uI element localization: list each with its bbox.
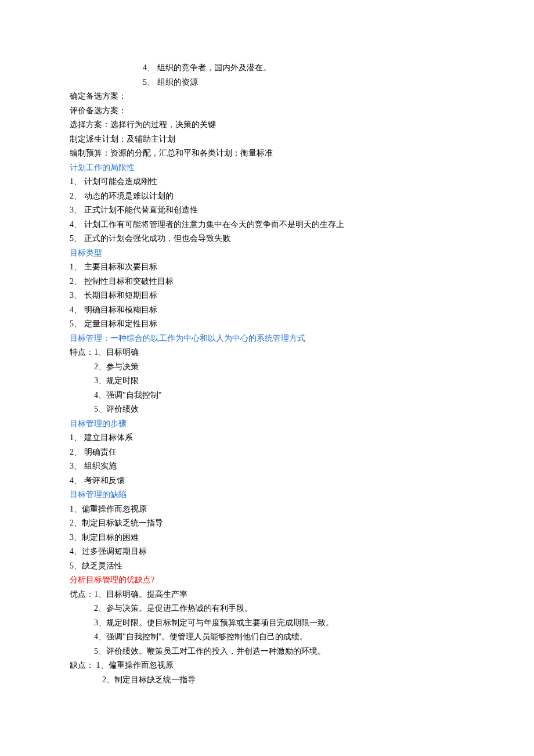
- disadvantage-sub-item: 2、制定目标缺乏统一指导: [70, 673, 464, 687]
- section-heading-mbo: 目标管理：一种综合的以工作为中心和以人为中心的系统管理方式: [70, 332, 464, 346]
- list-item: 4、 明确目标和模糊目标: [70, 303, 464, 318]
- advantages-lead: 优点：1、目标明确。提高生产率: [70, 588, 464, 602]
- advantage-sub-item: 3、规定时限。使目标制定可与年度预算或主要项目完成期限一致。: [70, 616, 464, 631]
- section-heading-mbo-steps: 目标管理的步骤: [70, 417, 464, 431]
- list-item: 1、 主要目标和次要目标: [70, 260, 464, 275]
- list-item: 5、缺乏灵活性: [70, 559, 464, 574]
- list-item: 1、 建立目标体系: [70, 431, 464, 445]
- list-item: 4、过多强调短期目标: [70, 545, 464, 559]
- intro-line: 选择方案：选择行为的过程，决策的关键: [70, 118, 464, 132]
- list-item: 4、 计划工作有可能将管理者的注意力集中在今天的竞争而不是明天的生存上: [70, 218, 464, 232]
- list-item: 5、 正式的计划会强化成功，但也会导致失败: [70, 232, 464, 246]
- section-heading-limitations: 计划工作的局限性: [70, 161, 464, 175]
- section-heading-mbo-defects: 目标管理的缺陷: [70, 488, 464, 502]
- list-item: 3、 组织实施: [70, 459, 464, 474]
- list-item: 1、偏重操作而忽视原: [70, 502, 464, 517]
- advantage-sub-item: 2、参与决策。是促进工作热诚的有利手段。: [70, 602, 464, 616]
- intro-indented-item: 5、 组织的资源: [70, 75, 464, 90]
- document-body: 4、 组织的竞争者，国内外及潜在。 5、 组织的资源 确定备选方案： 评价备选方…: [70, 61, 464, 687]
- list-item: 2、 明确责任: [70, 445, 464, 460]
- list-item: 2、 动态的环境是难以计划的: [70, 189, 464, 204]
- features-lead: 特点：1、目标明确: [70, 345, 464, 360]
- list-item: 5、 定量目标和定性目标: [70, 317, 464, 332]
- list-item: 2、 控制性目标和突破性目标: [70, 275, 464, 289]
- section-heading-goal-types: 目标类型: [70, 246, 464, 261]
- advantage-sub-item: 5、评价绩效。鞭策员工对工作的投入，并创造一种激励的环境。: [70, 645, 464, 659]
- list-item: 3、 长期目标和短期目标: [70, 289, 464, 303]
- list-item: 2、制定目标缺乏统一指导: [70, 516, 464, 531]
- intro-line: 制定派生计划：及辅助主计划: [70, 132, 464, 147]
- feature-sub-item: 3、规定时限: [70, 374, 464, 388]
- feature-sub-item: 2、参与决策: [70, 360, 464, 375]
- intro-line: 评价备选方案：: [70, 104, 464, 118]
- section-heading-analysis: 分析目标管理的优缺点?: [70, 573, 464, 588]
- list-item: 3、制定目标的困难: [70, 531, 464, 545]
- feature-sub-item: 4、强调"自我控制": [70, 388, 464, 403]
- advantage-sub-item: 4、强调"自我控制"。使管理人员能够控制他们自己的成绩。: [70, 630, 464, 645]
- list-item: 3、 正式计划不能代替直觉和创造性: [70, 203, 464, 218]
- intro-line: 确定备选方案：: [70, 89, 464, 104]
- list-item: 1、 计划可能会造成刚性: [70, 175, 464, 189]
- intro-indented-item: 4、 组织的竞争者，国内外及潜在。: [70, 61, 464, 75]
- feature-sub-item: 5、评价绩效: [70, 402, 464, 417]
- list-item: 4、 考评和反馈: [70, 474, 464, 488]
- disadvantages-lead: 缺点： 1、偏重操作而忽视原: [70, 658, 464, 673]
- intro-line: 编制预算：资源的分配，汇总和平和各类计划；衡量标准: [70, 146, 464, 161]
